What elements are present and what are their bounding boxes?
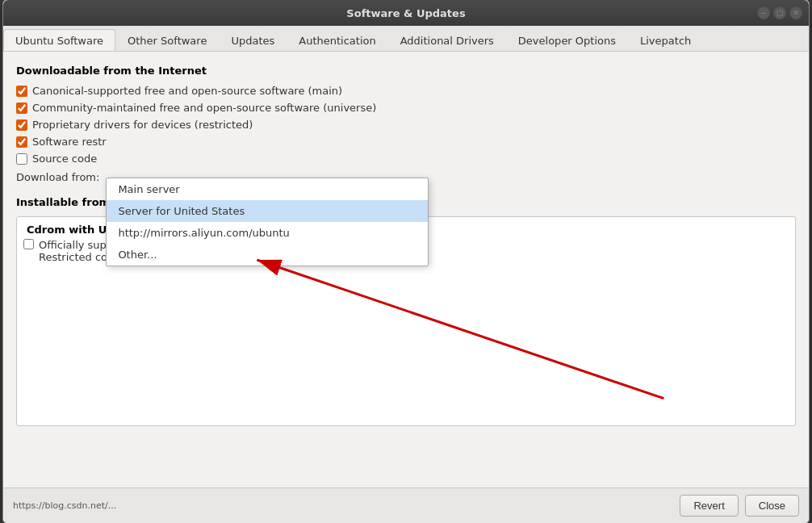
checkbox-restricted[interactable] xyxy=(16,119,27,131)
window-controls: − □ ✕ xyxy=(757,6,802,19)
checkbox-main-label: Canonical-supported free and open-source… xyxy=(32,85,342,97)
checkbox-universe-label: Community-maintained free and open-sourc… xyxy=(32,102,376,114)
dropdown-item-us-server[interactable]: Server for United States xyxy=(107,200,428,222)
download-from-label: Download from: xyxy=(16,171,99,183)
software-restr-area: Software restr Source code Download from… xyxy=(16,136,796,183)
tab-additional-drivers[interactable]: Additional Drivers xyxy=(388,29,506,52)
checkbox-universe[interactable] xyxy=(16,103,27,114)
maximize-button[interactable]: □ xyxy=(773,6,786,19)
footer-url: https://blog.csdn.net/... xyxy=(13,500,116,511)
checkbox-software-restr[interactable] xyxy=(16,136,27,148)
checkbox-source-code[interactable] xyxy=(16,153,27,165)
checkbox-row-3: Proprietary drivers for devices (restric… xyxy=(16,119,796,131)
section1-title: Downloadable from the Internet xyxy=(16,65,796,77)
dropdown-menu: Main server Server for United States htt… xyxy=(106,178,429,266)
tab-livepatch[interactable]: Livepatch xyxy=(628,29,703,52)
checkbox-main[interactable] xyxy=(16,86,27,97)
checkbox-row-2: Community-maintained free and open-sourc… xyxy=(16,102,796,114)
titlebar: Software & Updates − □ ✕ xyxy=(3,0,809,26)
checkbox-software-restr-label: Software restr xyxy=(32,136,107,148)
minimize-button[interactable]: − xyxy=(757,6,770,19)
cdrom-checkbox[interactable] xyxy=(23,239,34,249)
checkbox-row-1: Canonical-supported free and open-source… xyxy=(16,85,796,97)
tab-developer-options[interactable]: Developer Options xyxy=(506,29,628,52)
tab-other-software[interactable]: Other Software xyxy=(115,29,219,52)
close-button-footer[interactable]: Close xyxy=(745,495,799,517)
tab-authentication[interactable]: Authentication xyxy=(287,29,387,52)
window-title: Software & Updates xyxy=(346,7,465,19)
dropdown-item-aliyun[interactable]: http://mirrors.aliyun.com/ubuntu xyxy=(107,222,428,244)
dropdown-item-main-server[interactable]: Main server xyxy=(107,178,428,200)
download-from-row: Download from: Main server Server for Un… xyxy=(16,171,796,183)
checkbox-source-code-label: Source code xyxy=(32,153,97,165)
bottom-bar: https://blog.csdn.net/... Revert Close xyxy=(3,487,809,523)
tab-ubuntu-software[interactable]: Ubuntu Software xyxy=(3,29,115,52)
checkbox-restricted-label: Proprietary drivers for devices (restric… xyxy=(32,119,253,131)
main-content: Downloadable from the Internet Canonical… xyxy=(3,52,809,487)
checkbox-row-5: Source code xyxy=(16,153,796,165)
main-window: Software & Updates − □ ✕ Ubuntu Software… xyxy=(2,0,810,523)
close-button[interactable]: ✕ xyxy=(789,6,802,19)
revert-button[interactable]: Revert xyxy=(680,495,738,517)
dropdown-item-other[interactable]: Other... xyxy=(107,244,428,266)
checkbox-row-4: Software restr xyxy=(16,136,796,148)
tab-updates[interactable]: Updates xyxy=(219,29,287,52)
tabs-bar: Ubuntu Software Other Software Updates A… xyxy=(3,26,809,52)
